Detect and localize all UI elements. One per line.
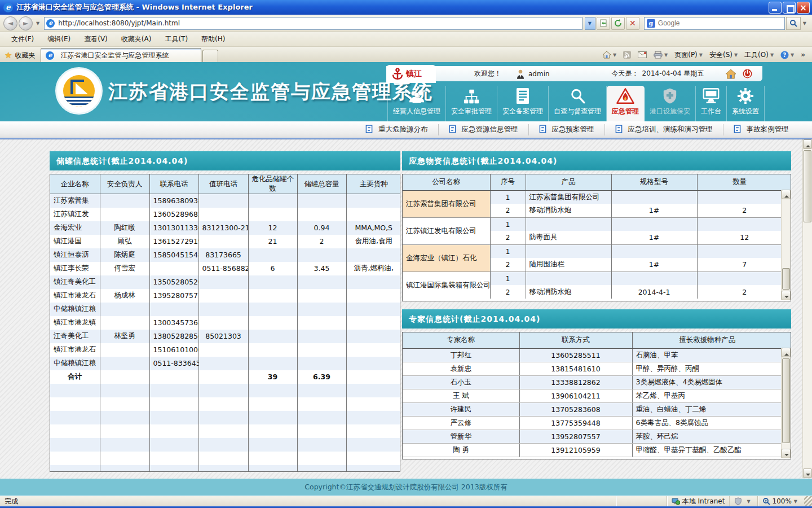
cell	[198, 438, 248, 452]
url-input[interactable]	[58, 19, 580, 27]
cell	[346, 384, 400, 397]
tools-menu-button[interactable]: 工具(O) ▼	[741, 49, 777, 61]
menu-item[interactable]: 帮助(H)	[195, 32, 232, 46]
menu-item[interactable]: 编辑(E)	[41, 32, 77, 46]
cell	[297, 411, 346, 424]
cell	[346, 438, 400, 452]
search-box[interactable]: g	[644, 17, 785, 30]
cell: 严云修	[403, 416, 519, 430]
compatibility-view-button[interactable]	[597, 17, 610, 30]
nav-item[interactable]: 应急管理	[607, 86, 645, 121]
protected-mode-button[interactable]: ▼	[729, 496, 757, 506]
nav-item[interactable]: 系统设置	[727, 86, 765, 121]
scroll-up-button[interactable]	[782, 348, 791, 357]
tab-active[interactable]: e 江苏省港口安全监管与应急管理系统	[41, 48, 201, 62]
cell	[248, 330, 297, 343]
subnav-item[interactable]: 应急预案管理	[529, 124, 605, 135]
close-button[interactable]	[797, 2, 810, 14]
read-mail-button[interactable]	[634, 49, 650, 61]
refresh-button[interactable]	[611, 17, 625, 30]
cell	[198, 424, 248, 438]
scroll-up-button[interactable]	[803, 139, 812, 149]
subnav-item[interactable]: 事故案例管理	[723, 124, 799, 135]
resize-grip[interactable]	[804, 496, 812, 506]
cell: 镇江市港龙镇	[50, 316, 100, 330]
overflow-chevron-button[interactable]: »	[797, 49, 809, 61]
supplies-scrollbar[interactable]	[781, 190, 791, 300]
subnav-item[interactable]: 应急培训、演练和演习管理	[605, 124, 723, 135]
nav-item[interactable]: 经营人信息管理	[387, 86, 446, 121]
scroll-down-button[interactable]	[782, 291, 791, 300]
cell	[248, 194, 297, 208]
nav-item[interactable]: 安全审批管理	[446, 86, 497, 121]
subnav-item[interactable]: 应急资源信息管理	[439, 124, 529, 135]
column-header: 安全负责人	[100, 174, 149, 194]
column-header: 储罐总容量	[297, 174, 346, 194]
url-dropdown-button[interactable]: ▼	[585, 17, 595, 30]
scroll-up-button[interactable]	[782, 190, 791, 199]
favorites-button[interactable]: ★ 收藏夹	[0, 49, 41, 62]
cell	[149, 384, 198, 397]
home-dropdown-icon[interactable]: ▼	[611, 52, 616, 58]
cell: 13952807557	[519, 430, 632, 443]
forward-button[interactable]: ►	[19, 16, 33, 30]
new-tab-button[interactable]	[202, 50, 218, 62]
table-row	[50, 424, 400, 438]
cell: 中储粮镇江粮	[50, 357, 100, 370]
maximize-button[interactable]	[783, 2, 796, 14]
cell	[149, 303, 198, 316]
security-menu-button[interactable]: 安全(S) ▼	[706, 49, 741, 61]
page-menu-button[interactable]: 页面(P) ▼	[671, 49, 706, 61]
cell: 2	[297, 235, 346, 248]
nav-item[interactable]: 港口设施保安	[645, 86, 696, 121]
cell	[198, 384, 248, 397]
stop-button[interactable]: ✕	[626, 17, 639, 30]
nav-item[interactable]: 安全备案管理	[497, 86, 549, 121]
search-options-dropdown-icon[interactable]: ▼	[801, 21, 809, 26]
feeds-button[interactable]	[620, 49, 634, 61]
cell	[697, 217, 791, 231]
search-input[interactable]	[658, 19, 782, 27]
cell: 丁邦红	[403, 348, 519, 362]
subnav-item[interactable]: 重大危险源分布	[355, 124, 439, 135]
home-shortcut-button[interactable]	[725, 69, 736, 79]
search-go-button[interactable]	[786, 17, 801, 30]
cell: 中储粮镇江粮	[50, 303, 100, 316]
scroll-thumb[interactable]	[782, 358, 790, 443]
cell: 85021303	[198, 330, 248, 343]
scroll-thumb[interactable]	[804, 150, 811, 222]
scroll-down-button[interactable]	[782, 449, 791, 458]
table-row: 江苏镇江发电有限公司1	[403, 217, 791, 231]
menu-item[interactable]: 工具(T)	[158, 32, 195, 46]
print-dropdown-icon[interactable]: ▼	[663, 52, 668, 58]
cell	[297, 424, 346, 438]
cell	[297, 275, 346, 289]
home-button[interactable]: ▼	[599, 49, 620, 61]
table-row	[50, 384, 400, 397]
experts-scrollbar[interactable]	[781, 348, 791, 458]
page-scrollbar[interactable]	[802, 139, 812, 478]
url-box[interactable]: e	[44, 17, 582, 30]
menu-item[interactable]: 查看(V)	[77, 32, 114, 46]
cell: 袁新忠	[403, 362, 519, 375]
panel-experts-stats: 专家信息统计(截止2014.04.04) 专家名称联系方式擅长救援物种产品丁邦红…	[402, 309, 791, 459]
cell	[297, 330, 346, 343]
logout-button[interactable]	[742, 68, 753, 79]
help-button[interactable]: ? ▼	[777, 49, 797, 61]
today-label: 今天是：	[612, 69, 639, 78]
scroll-down-button[interactable]	[803, 468, 812, 478]
menu-item[interactable]: 收藏夹(A)	[114, 32, 158, 46]
back-button[interactable]: ◄	[3, 16, 17, 30]
print-button[interactable]: ▼	[650, 49, 671, 61]
menu-item[interactable]: 文件(F)	[5, 32, 41, 46]
cell	[248, 411, 297, 424]
cell: 移动消防水炮	[526, 204, 611, 217]
minimize-button[interactable]	[769, 2, 782, 14]
cell: 7	[697, 258, 791, 271]
scroll-thumb[interactable]	[782, 268, 790, 290]
nav-item[interactable]: 自查与督查管理	[549, 86, 607, 121]
tools-dropdown-icon: ▼	[769, 52, 774, 58]
history-dropdown-icon[interactable]: ▼	[34, 21, 42, 26]
zoom-control[interactable]: 100% ▼	[757, 496, 804, 506]
nav-item[interactable]: 工作台	[696, 86, 727, 121]
